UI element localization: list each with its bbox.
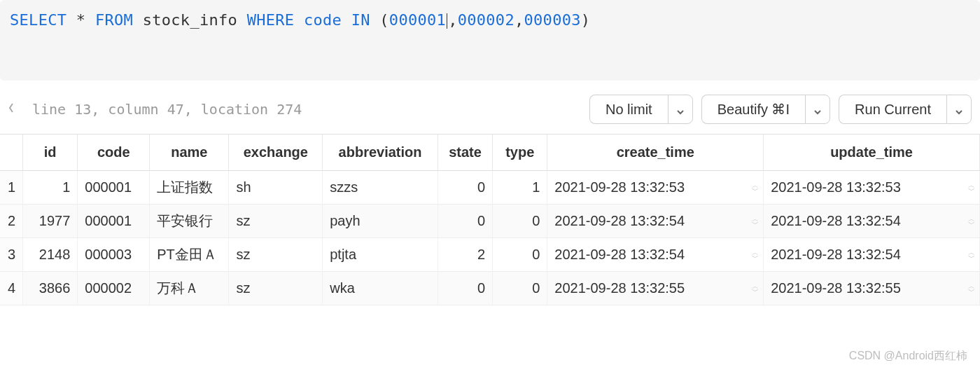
column-header-code[interactable]: code [78, 135, 150, 171]
table-row[interactable]: 32148000003PT金田Ａszptjta202021-09-28 13:3… [0, 238, 980, 272]
stepper-icon[interactable]: ︿﹀ [752, 250, 759, 260]
cell-update_time[interactable]: 2021-09-28 13:32:55︿﹀ [764, 272, 980, 305]
cell-code[interactable]: 000003 [78, 238, 150, 272]
cell-exchange[interactable]: sh [229, 171, 323, 205]
cell-create_time[interactable]: 2021-09-28 13:32:55︿﹀ [547, 272, 764, 305]
limit-button[interactable]: No limit [589, 95, 668, 124]
column-header-state[interactable]: state [438, 135, 492, 171]
chevron-down-icon [676, 104, 685, 114]
row-number: 4 [0, 272, 23, 305]
cell-update_time[interactable]: 2021-09-28 13:32:53︿﹀ [764, 171, 980, 205]
stepper-icon[interactable]: ︿﹀ [968, 250, 975, 260]
cell-state[interactable]: 0 [438, 205, 492, 238]
beautify-dropdown[interactable] [805, 95, 830, 124]
row-number: 1 [0, 171, 23, 205]
column-header-abbreviation[interactable]: abbreviation [323, 135, 438, 171]
editor-toolbar: line 13, column 47, location 274 No limi… [0, 81, 980, 134]
cell-exchange[interactable]: sz [229, 205, 323, 238]
limit-dropdown[interactable] [668, 95, 693, 124]
column-header-type[interactable]: type [493, 135, 547, 171]
column-header-id[interactable]: id [23, 135, 78, 171]
run-current-button[interactable]: Run Current [839, 95, 946, 124]
run-dropdown[interactable] [946, 95, 972, 124]
results-table: idcodenameexchangeabbreviationstatetypec… [0, 135, 980, 305]
column-header-exchange[interactable]: exchange [229, 135, 323, 171]
cell-abbreviation[interactable]: payh [323, 205, 438, 238]
cell-id[interactable]: 1977 [23, 205, 78, 238]
beautify-button[interactable]: Beautify ⌘I [701, 95, 805, 124]
row-number: 3 [0, 238, 23, 272]
stepper-icon[interactable]: ︿﹀ [968, 284, 975, 294]
cell-state[interactable]: 0 [438, 171, 492, 205]
cell-create_time[interactable]: 2021-09-28 13:32:54︿﹀ [547, 238, 764, 272]
cell-type[interactable]: 0 [493, 272, 547, 305]
cell-update_time[interactable]: 2021-09-28 13:32:54︿﹀ [764, 205, 980, 238]
cell-exchange[interactable]: sz [229, 272, 323, 305]
cell-type[interactable]: 1 [493, 171, 547, 205]
table-row[interactable]: 11000001上证指数shszzs012021-09-28 13:32:53︿… [0, 171, 980, 205]
table-row[interactable]: 21977000001平安银行szpayh002021-09-28 13:32:… [0, 205, 980, 238]
cell-state[interactable]: 0 [438, 272, 492, 305]
cell-type[interactable]: 0 [493, 205, 547, 238]
cell-type[interactable]: 0 [493, 238, 547, 272]
results-table-wrap: idcodenameexchangeabbreviationstatetypec… [0, 134, 980, 305]
rownum-header [0, 135, 23, 171]
cell-create_time[interactable]: 2021-09-28 13:32:54︿﹀ [547, 205, 764, 238]
row-number: 2 [0, 205, 23, 238]
cell-name[interactable]: PT金田Ａ [150, 238, 229, 272]
cell-name[interactable]: 平安银行 [150, 205, 229, 238]
column-header-create_time[interactable]: create_time [547, 135, 764, 171]
stepper-icon[interactable]: ︿﹀ [752, 284, 759, 294]
cell-state[interactable]: 2 [438, 238, 492, 272]
cell-code[interactable]: 000001 [78, 205, 150, 238]
cell-abbreviation[interactable]: ptjta [323, 238, 438, 272]
run-button-group: Run Current [839, 95, 972, 124]
cell-abbreviation[interactable]: wka [323, 272, 438, 305]
chevron-down-icon [813, 104, 822, 114]
beautify-button-group: Beautify ⌘I [701, 95, 830, 124]
cell-abbreviation[interactable]: szzs [323, 171, 438, 205]
cell-id[interactable]: 2148 [23, 238, 78, 272]
sql-editor[interactable]: SELECT * FROM stock_info WHERE code IN (… [0, 0, 980, 81]
cell-update_time[interactable]: 2021-09-28 13:32:54︿﹀ [764, 238, 980, 272]
cell-id[interactable]: 1 [23, 171, 78, 205]
cell-code[interactable]: 000002 [78, 272, 150, 305]
column-header-name[interactable]: name [150, 135, 229, 171]
gutter-icon [8, 102, 15, 118]
stepper-icon[interactable]: ︿﹀ [752, 183, 759, 193]
stepper-icon[interactable]: ︿﹀ [968, 216, 975, 226]
table-header-row: idcodenameexchangeabbreviationstatetypec… [0, 135, 980, 171]
chevron-down-icon [954, 104, 964, 114]
cell-code[interactable]: 000001 [78, 171, 150, 205]
cell-exchange[interactable]: sz [229, 238, 323, 272]
cell-name[interactable]: 万科Ａ [150, 272, 229, 305]
cell-id[interactable]: 3866 [23, 272, 78, 305]
limit-button-group: No limit [589, 95, 693, 124]
column-header-update_time[interactable]: update_time [764, 135, 980, 171]
stepper-icon[interactable]: ︿﹀ [752, 216, 759, 226]
stepper-icon[interactable]: ︿﹀ [968, 183, 975, 193]
cursor-status: line 13, column 47, location 274 [24, 101, 581, 118]
cell-create_time[interactable]: 2021-09-28 13:32:53︿﹀ [547, 171, 764, 205]
cell-name[interactable]: 上证指数 [150, 171, 229, 205]
table-row[interactable]: 43866000002万科Ａszwka002021-09-28 13:32:55… [0, 272, 980, 305]
